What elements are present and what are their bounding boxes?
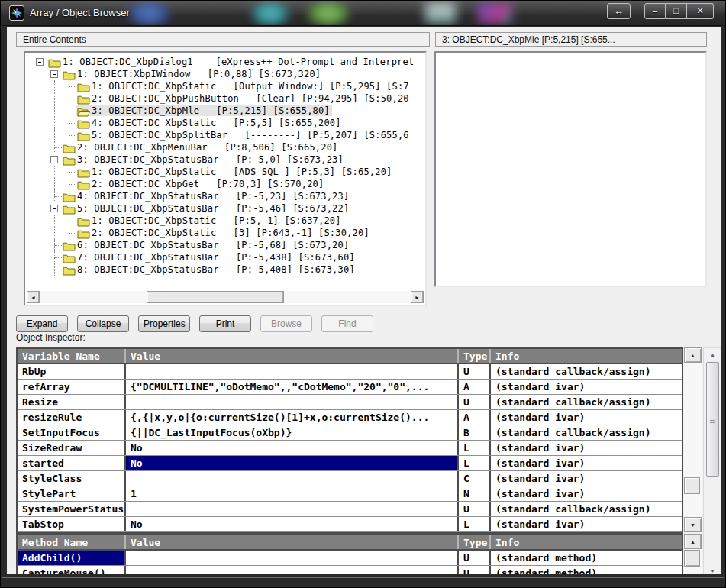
tree-item[interactable]: 2: OBJECT:DC_XbpMenuBar [P:8,506] [S:665… [27,141,424,153]
cell-info[interactable]: (standard ivar) [489,517,682,531]
tree-item[interactable]: 4: OBJECT:DC_XbpStatusBar [P:-5,23] [S:6… [27,190,424,202]
cell-value[interactable]: No [124,441,457,455]
cell-type[interactable]: C [457,471,489,486]
scroll-thumb[interactable] [706,362,719,477]
cell-name[interactable]: started [18,456,124,470]
tree-item[interactable]: 7: OBJECT:DC_XbpStatusBar [P:-5,438] [S:… [27,251,424,263]
cell-value[interactable]: {"DCMULTILINE","oDotMemo",,"cDotMemo","2… [124,380,457,394]
inspector-row[interactable]: AddChild()U(standard method) [18,551,682,566]
cell-name[interactable]: SetInputFocus [18,425,124,440]
tree-item[interactable]: 1: OBJECT:DC_XbpDialog1 [eXpress++ Dot-P… [27,56,424,68]
collapse-button[interactable]: Collapse [77,315,129,332]
tree-item[interactable]: 5: OBJECT:DC_XbpStatusBar [P:-5,46] [S:6… [27,202,424,215]
scroll-down-button[interactable]: ▼ [704,564,721,574]
tree-item[interactable]: 1: OBJECT:DC_XbpStatic [ADS SQL ] [P:5,3… [27,166,424,178]
scroll-up-button[interactable]: ▲ [704,348,721,360]
tree-expander[interactable] [33,56,47,68]
tree-item[interactable]: 1: OBJECT:DC_XbpStatic [Output Window:] … [27,80,424,92]
swap-button[interactable]: ↔ [607,3,631,19]
cell-info[interactable]: (standard method) [489,566,682,574]
cell-info[interactable]: (standard callback/assign) [489,364,682,379]
cell-info[interactable]: (standard ivar) [489,456,682,470]
inspector-row[interactable]: SizeRedrawNoL(standard ivar) [18,441,682,456]
cell-name[interactable]: Resize [18,395,124,409]
cell-value[interactable]: {,{|x,y,o|{o:currentSize()[1]+x,o:curren… [124,410,457,425]
scroll-down-button[interactable]: ▼ [684,517,702,532]
cell-type[interactable]: U [457,551,489,565]
cell-type[interactable]: U [457,364,489,379]
tree-item[interactable]: 2: OBJECT:DC_XbpStatic [3] [P:643,-1] [S… [27,227,424,239]
inspector-row[interactable]: SystemPowerStatusU(standard callback/ass… [18,502,682,517]
tree-item[interactable]: 6: OBJECT:DC_XbpStatusBar [P:-5,68] [S:6… [27,239,424,251]
scroll-left-button[interactable]: ◄ [27,291,40,303]
cell-type[interactable]: U [457,395,489,409]
collapse-icon[interactable] [50,205,58,212]
cell-value[interactable]: {||DC_LastInputFocus(oXbp)} [124,425,457,440]
tree-item[interactable]: 2: OBJECT:DC_XbpGet [P:70,3] [S:570,20] [27,178,424,190]
cell-name[interactable]: TabStop [18,517,124,531]
print-button[interactable]: Print [199,315,251,332]
cell-value[interactable] [124,502,457,516]
scroll-up-button[interactable]: ▲ [684,347,702,363]
cell-value[interactable] [124,395,457,409]
scroll-track[interactable] [40,291,411,303]
cell-type[interactable]: B [457,425,489,440]
tree-item[interactable]: 8: OBJECT:DC_XbpStatusBar [P:-5,408] [S:… [27,263,424,276]
cell-type[interactable]: A [457,410,489,425]
inspector-row[interactable]: CaptureMouse()U(standard method) [18,566,682,574]
cell-info[interactable]: (standard ivar) [489,471,682,486]
inspector-row[interactable]: RbUpU(standard callback/assign) [18,364,682,380]
collapse-icon[interactable] [36,58,44,66]
cell-type[interactable]: A [457,380,489,394]
cell-name[interactable]: StyleClass [18,471,124,486]
scroll-up-button[interactable]: ▲ [684,534,702,549]
inspector-row[interactable]: refArray{"DCMULTILINE","oDotMemo",,"cDot… [18,380,682,395]
cell-value[interactable] [124,364,457,379]
tree-expander[interactable] [47,153,62,166]
inspector-row[interactable]: TabStopNoL(standard ivar) [18,517,682,532]
expand-button[interactable]: Expand [16,315,68,332]
tree-expander[interactable] [47,68,62,80]
cell-info[interactable]: (standard callback/assign) [489,395,682,409]
scroll-track[interactable] [684,363,702,517]
scroll-track[interactable] [704,360,721,564]
inspector-row[interactable]: ResizeU(standard callback/assign) [18,395,682,410]
cell-name[interactable]: refArray [18,380,124,394]
minimize-button[interactable]: – [644,3,666,19]
scroll-right-button[interactable]: ► [411,291,424,303]
cell-info[interactable]: (standard ivar) [489,441,682,455]
collapse-icon[interactable] [50,156,58,163]
tree-item[interactable]: 2: OBJECT:DC_XbpPushButton [Clear] [P:94… [27,92,424,105]
cell-name[interactable]: StylePart [18,486,124,501]
tree-expander[interactable] [47,202,62,215]
cell-info[interactable]: (standard ivar) [489,380,682,394]
inspector-row[interactable]: resizeRule{,{|x,y,o|{o:currentSize()[1]+… [18,410,682,425]
cell-type[interactable]: L [457,456,489,470]
cell-value[interactable]: No [124,456,457,470]
cell-value[interactable]: 1 [124,486,457,501]
scroll-track[interactable] [684,549,702,574]
cell-type[interactable]: L [457,441,489,455]
scroll-thumb[interactable] [147,291,284,303]
cell-name[interactable]: resizeRule [18,410,124,425]
tree-item[interactable]: 1: OBJECT:XbpIWindow [P:0,88] [S:673,320… [27,68,424,80]
cell-info[interactable]: (standard method) [489,551,682,565]
cell-value[interactable] [124,551,457,565]
cell-type[interactable]: U [457,502,489,516]
maximize-button[interactable]: □ [666,3,687,19]
cell-value[interactable]: No [124,517,457,531]
cell-value[interactable] [124,566,457,574]
scroll-thumb[interactable] [684,477,700,494]
cell-name[interactable]: CaptureMouse() [18,566,124,574]
cell-info[interactable]: (standard callback/assign) [489,425,682,440]
collapse-icon[interactable] [50,70,58,78]
inspector-row[interactable]: startedNoL(standard ivar) [18,456,682,471]
cell-name[interactable]: SizeRedraw [18,441,124,455]
inspector-row[interactable]: StylePart1N(standard ivar) [18,486,682,502]
cell-type[interactable]: U [457,566,489,574]
tree-item[interactable]: 5: OBJECT:DC_XbpSplitBar [--------] [P:5… [27,129,424,141]
cell-name[interactable]: SystemPowerStatus [18,502,124,516]
cell-info[interactable]: (standard ivar) [489,486,682,501]
inspector-row[interactable]: StyleClassC(standard ivar) [18,471,682,486]
cell-value[interactable] [124,471,457,486]
